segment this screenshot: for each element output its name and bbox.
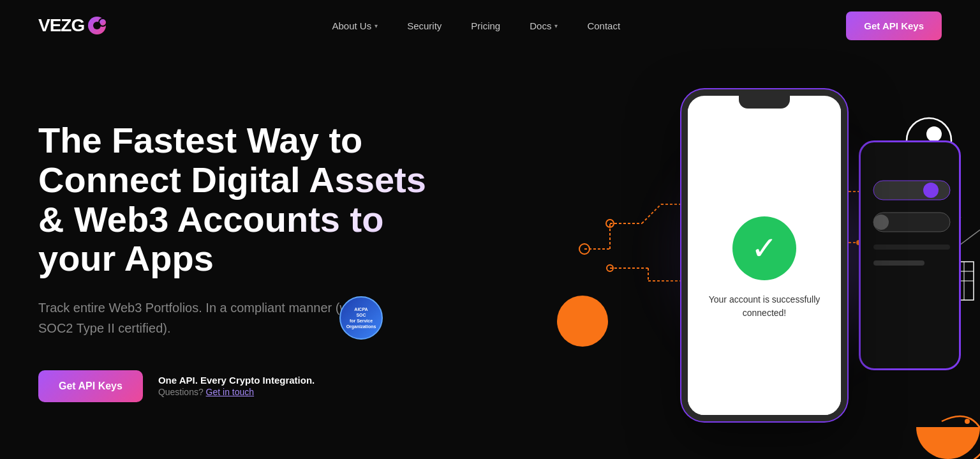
nav-cta-button[interactable]: Get API Keys bbox=[846, 11, 942, 40]
nav-links: About Us ▾ Security Pricing Docs ▾ Conta… bbox=[320, 15, 632, 36]
orange-half-circle bbox=[916, 427, 980, 459]
orange-circle-decoration bbox=[557, 296, 608, 347]
svg-point-32 bbox=[923, 183, 939, 198]
cta-link[interactable]: Get in touch bbox=[206, 387, 255, 397]
hero-cta-text: One API. Every Crypto Integration. Quest… bbox=[158, 375, 315, 397]
cta-secondary-text: Questions? Get in touch bbox=[158, 387, 315, 397]
hero-section: The Fastest Way to Connect Digital Asset… bbox=[0, 51, 980, 459]
hero-subtitle: Track entire Web3 Portfolios. In a compl… bbox=[38, 297, 370, 338]
svg-point-7 bbox=[607, 265, 613, 271]
checkmark-icon: ✓ bbox=[751, 232, 778, 264]
nav-contact[interactable]: Contact bbox=[575, 15, 632, 36]
navigation: VEZG About Us ▾ Security Pricing Docs ▾ … bbox=[0, 0, 980, 51]
success-circle: ✓ bbox=[732, 216, 796, 280]
logo-icon bbox=[88, 17, 106, 34]
nav-pricing[interactable]: Pricing bbox=[459, 15, 512, 36]
hero-title: The Fastest Way to Connect Digital Asset… bbox=[38, 121, 434, 278]
hero-cta-button[interactable]: Get API Keys bbox=[38, 370, 143, 402]
nav-security[interactable]: Security bbox=[396, 15, 453, 36]
svg-point-1 bbox=[606, 220, 614, 227]
phone-screen: ✓ Your account is successfully connected… bbox=[688, 109, 841, 421]
chevron-down-icon: ▾ bbox=[375, 22, 378, 29]
phone-mockup: ✓ Your account is successfully connected… bbox=[681, 89, 847, 421]
nav-about-us[interactable]: About Us ▾ bbox=[320, 15, 389, 36]
svg-point-30 bbox=[965, 419, 970, 424]
phone-right-screen bbox=[861, 142, 961, 370]
aicpa-badge: AICPA SOC for Service Organizations bbox=[339, 296, 383, 340]
phone-right-decoration bbox=[859, 140, 961, 370]
svg-line-5 bbox=[642, 204, 661, 223]
svg-point-21 bbox=[926, 126, 942, 142]
svg-rect-35 bbox=[873, 245, 950, 250]
nav-docs[interactable]: Docs ▾ bbox=[518, 15, 569, 36]
hero-cta: Get API Keys One API. Every Crypto Integ… bbox=[38, 370, 434, 402]
svg-rect-36 bbox=[873, 260, 924, 266]
svg-point-34 bbox=[873, 214, 889, 230]
cta-primary-text: One API. Every Crypto Integration. bbox=[158, 375, 315, 386]
logo[interactable]: VEZG bbox=[38, 15, 106, 36]
phone-notch bbox=[739, 96, 790, 109]
hero-text: The Fastest Way to Connect Digital Asset… bbox=[38, 121, 434, 402]
hero-illustration: + + bbox=[482, 51, 980, 459]
svg-point-0 bbox=[579, 244, 590, 254]
chevron-down-icon: ▾ bbox=[554, 22, 558, 29]
phone-success-text: Your account is successfully connected! bbox=[701, 293, 828, 320]
logo-text: VEZG bbox=[38, 15, 84, 36]
